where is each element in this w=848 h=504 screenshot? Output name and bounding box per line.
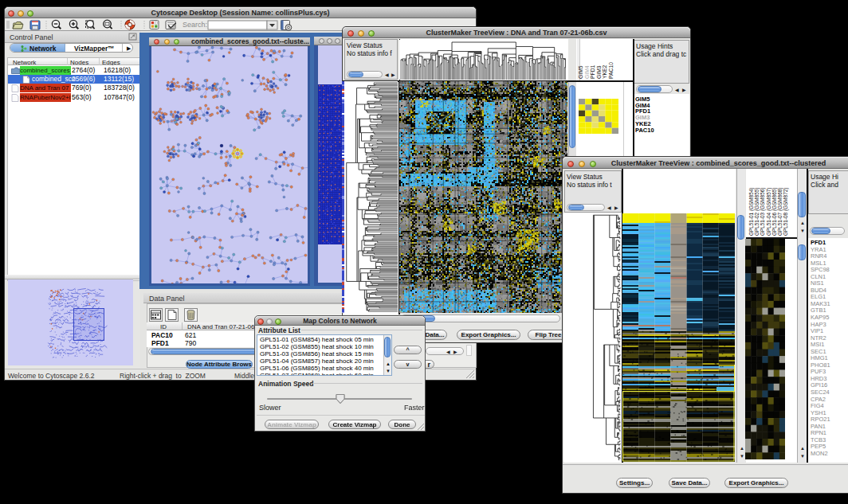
- svg-text:PFD1: PFD1: [590, 64, 595, 79]
- svg-text:GPL51-08 (GSM872): GPL51-08 (GSM872): [783, 188, 789, 236]
- svg-text:GIM5: GIM5: [578, 65, 583, 79]
- svg-text:YKE2: YKE2: [602, 64, 607, 79]
- svg-text:GIM4: GIM4: [584, 65, 590, 79]
- svg-text:PAC10: PAC10: [608, 62, 614, 79]
- svg-text:Search:: Search:: [183, 21, 207, 29]
- svg-text:GIM3: GIM3: [596, 65, 602, 79]
